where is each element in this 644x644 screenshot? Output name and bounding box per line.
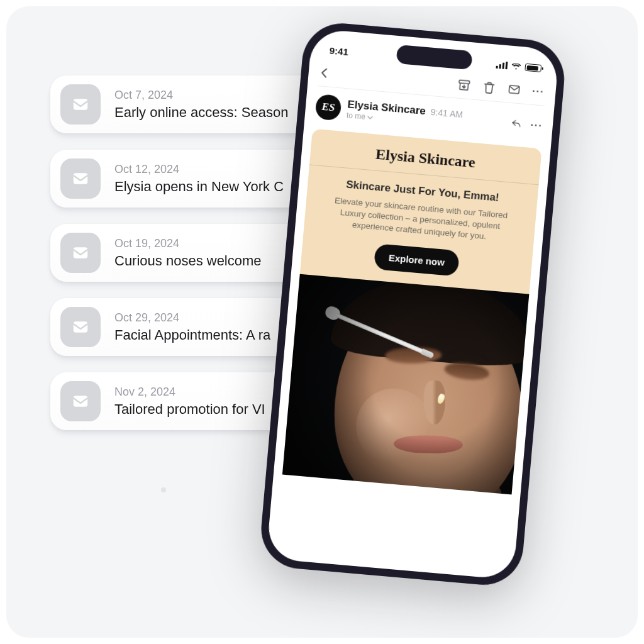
email-date: Oct 29, 2024 bbox=[114, 311, 270, 325]
email-subject: Tailored promotion for VI bbox=[114, 401, 265, 418]
svg-rect-3 bbox=[74, 321, 88, 333]
battery-icon bbox=[525, 64, 541, 72]
email-subject: Facial Appointments: A ra bbox=[114, 327, 270, 343]
phone-frame: 9:41 bbox=[258, 20, 567, 588]
chevron-down-icon bbox=[367, 114, 374, 121]
back-icon[interactable] bbox=[317, 65, 332, 80]
message-time: 9:41 AM bbox=[430, 107, 464, 119]
email-subject: Elysia opens in New York C bbox=[114, 179, 284, 195]
archive-icon[interactable] bbox=[457, 77, 472, 92]
more-icon[interactable]: ··· bbox=[531, 86, 545, 98]
wifi-icon bbox=[511, 62, 521, 70]
mail-icon bbox=[60, 158, 101, 199]
mail-icon bbox=[60, 381, 101, 421]
status-time: 9:41 bbox=[329, 45, 348, 57]
mail-icon bbox=[60, 233, 101, 273]
svg-rect-0 bbox=[74, 99, 88, 110]
email-date: Oct 19, 2024 bbox=[114, 237, 262, 250]
svg-rect-1 bbox=[74, 173, 88, 184]
svg-rect-4 bbox=[74, 396, 88, 407]
phone-screen: 9:41 bbox=[266, 28, 559, 580]
phone-mockup: 9:41 bbox=[258, 20, 567, 588]
pager-dot bbox=[161, 487, 166, 492]
trash-icon[interactable] bbox=[482, 80, 497, 95]
message-more-icon[interactable]: ··· bbox=[530, 119, 543, 132]
brand-name: Elysia Skincare bbox=[323, 141, 528, 175]
email-subject: Early online access: Season bbox=[114, 104, 288, 121]
email-date: Oct 12, 2024 bbox=[114, 163, 284, 176]
sender-avatar[interactable]: ES bbox=[314, 94, 341, 121]
cell-signal-icon bbox=[496, 61, 508, 70]
email-date: Oct 7, 2024 bbox=[114, 89, 288, 102]
canvas: Oct 7, 2024Early online access: SeasonOc… bbox=[6, 6, 638, 638]
mail-icon bbox=[60, 307, 101, 347]
svg-rect-2 bbox=[74, 247, 88, 258]
email-body: Elysia Skincare Skincare Just For You, E… bbox=[282, 129, 542, 494]
email-subject: Curious noses welcome bbox=[114, 253, 262, 269]
reply-icon[interactable] bbox=[510, 116, 523, 131]
hero-card: Elysia Skincare Skincare Just For You, E… bbox=[300, 129, 542, 294]
hero-image bbox=[282, 274, 529, 494]
mail-icon bbox=[60, 84, 101, 125]
email-date: Nov 2, 2024 bbox=[114, 386, 265, 399]
envelope-icon[interactable] bbox=[506, 82, 521, 97]
explore-button[interactable]: Explore now bbox=[374, 243, 459, 276]
